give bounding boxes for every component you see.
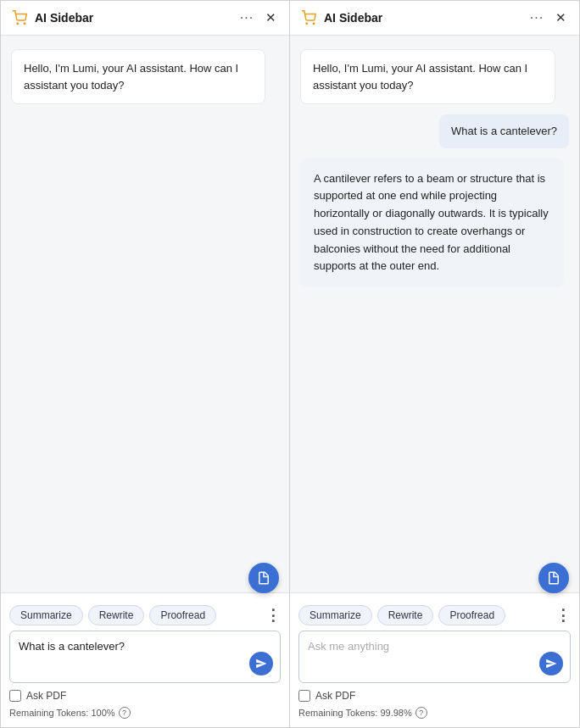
right-tokens-row: Remaining Tokens: 99.98% ?: [298, 705, 571, 722]
left-chip-rewrite[interactable]: Rewrite: [88, 605, 145, 625]
right-ai-greeting: Hello, I'm Lumi, your AI assistant. How …: [300, 49, 555, 104]
left-fab-button[interactable]: [248, 563, 279, 593]
right-panel-header: AI Sidebar ··· ✕: [290, 1, 579, 36]
left-panel-header: AI Sidebar ··· ✕: [1, 1, 289, 36]
svg-point-1: [24, 23, 25, 25]
left-ask-pdf-label: Ask PDF: [26, 690, 66, 702]
right-cart-icon[interactable]: [300, 9, 317, 26]
right-bottom-section: Summarize Rewrite Proofread ⋮ Ask PDF Re…: [290, 592, 579, 727]
right-fab-button[interactable]: [538, 563, 569, 593]
right-ask-pdf-label: Ask PDF: [315, 690, 355, 702]
more-icon-right[interactable]: ···: [528, 9, 545, 26]
left-tokens-row: Remaining Tokens: 100% ?: [9, 705, 281, 722]
left-ai-greeting: Hello, I'm Lumi, your AI assistant. How …: [11, 49, 265, 104]
left-text-input[interactable]: What is a cantelever?: [19, 638, 271, 672]
close-icon-right[interactable]: ✕: [552, 9, 569, 26]
right-more-chips-icon[interactable]: ⋮: [555, 608, 571, 623]
right-chip-summarize[interactable]: Summarize: [298, 605, 372, 625]
right-user-message: What is a cantelever?: [439, 114, 569, 148]
right-action-chips: Summarize Rewrite Proofread ⋮: [298, 600, 571, 631]
left-more-chips-icon[interactable]: ⋮: [265, 608, 281, 623]
right-tokens-text: Remaining Tokens: 99.98%: [298, 708, 412, 718]
left-bottom-section: Summarize Rewrite Proofread ⋮ What is a …: [1, 592, 289, 727]
more-icon-left[interactable]: ···: [238, 9, 255, 26]
right-send-button[interactable]: [539, 652, 563, 675]
left-ask-pdf-row: Ask PDF: [9, 688, 281, 705]
left-input-area: What is a cantelever?: [9, 631, 281, 683]
right-panel: AI Sidebar ··· ✕ Hello, I'm Lumi, your A…: [290, 0, 580, 728]
right-input-area: [298, 631, 571, 683]
left-send-button[interactable]: [249, 652, 273, 675]
svg-point-0: [17, 23, 19, 25]
right-chat-area: Hello, I'm Lumi, your AI assistant. How …: [290, 36, 579, 592]
right-ai-answer: A cantilever refers to a beam or structu…: [300, 158, 564, 288]
left-action-chips: Summarize Rewrite Proofread ⋮: [9, 600, 281, 631]
left-tokens-text: Remaining Tokens: 100%: [9, 708, 115, 718]
svg-point-2: [306, 23, 308, 25]
left-chip-summarize[interactable]: Summarize: [9, 605, 83, 625]
left-chat-area: Hello, I'm Lumi, your AI assistant. How …: [1, 36, 289, 592]
right-ask-pdf-checkbox[interactable]: [298, 690, 310, 702]
left-panel-title: AI Sidebar: [35, 11, 231, 25]
right-ask-pdf-row: Ask PDF: [298, 688, 571, 705]
right-panel-title: AI Sidebar: [324, 11, 521, 25]
svg-point-3: [313, 23, 315, 25]
right-chip-proofread[interactable]: Proofread: [438, 605, 505, 625]
right-text-input[interactable]: [308, 638, 561, 672]
right-help-icon[interactable]: ?: [415, 707, 427, 719]
right-chip-rewrite[interactable]: Rewrite: [377, 605, 434, 625]
left-panel: AI Sidebar ··· ✕ Hello, I'm Lumi, your A…: [0, 0, 290, 728]
left-help-icon[interactable]: ?: [119, 707, 131, 719]
cart-icon[interactable]: [11, 9, 28, 26]
left-ask-pdf-checkbox[interactable]: [9, 690, 21, 702]
close-icon-left[interactable]: ✕: [262, 9, 279, 26]
left-chip-proofread[interactable]: Proofread: [149, 605, 216, 625]
